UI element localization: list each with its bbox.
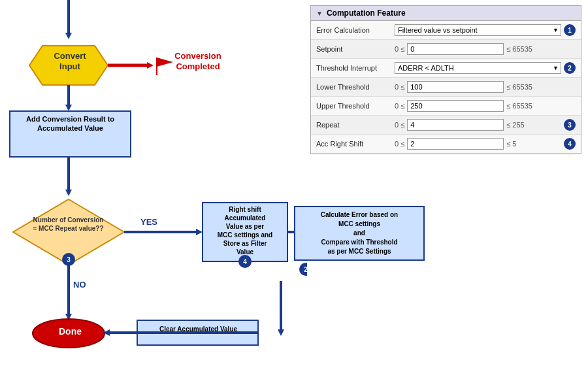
error-calculation-select[interactable]: Filtered value vs setpoint — [395, 24, 561, 36]
lower-threshold-row: Lower Threshold 0 ≤ ≤ 65535 — [311, 78, 581, 97]
badge-1: 1 — [564, 24, 576, 36]
upper-threshold-min: 0 ≤ — [395, 102, 404, 110]
threshold-interrupt-select-wrapper: ADERR < ADLTH ▼ — [395, 62, 561, 74]
svg-marker-1 — [65, 33, 72, 39]
acc-right-shift-max: ≤ 5 — [506, 140, 516, 148]
lower-threshold-label: Lower Threshold — [316, 83, 395, 91]
conversion-completed-label: ConversionCompleted — [155, 51, 240, 71]
error-calculation-select-wrapper: Filtered value vs setpoint ▼ — [395, 24, 561, 36]
badge-3: 3 — [564, 119, 576, 131]
panel-header: ▼ Computation Feature — [311, 6, 581, 21]
acc-right-shift-label: Acc Right Shift — [316, 140, 395, 148]
acc-right-shift-row: Acc Right Shift 0 ≤ ≤ 5 4 — [311, 135, 581, 154]
repeat-max: ≤ 255 — [506, 121, 524, 129]
svg-text:2: 2 — [304, 266, 307, 273]
setpoint-row: Setpoint 0 ≤ ≤ 65535 — [311, 40, 581, 59]
panel-title: Computation Feature — [327, 8, 406, 18]
lower-threshold-max: ≤ 65535 — [506, 83, 532, 91]
lower-threshold-min: 0 ≤ — [395, 83, 404, 91]
repeat-row: Repeat 0 ≤ ≤ 255 3 — [311, 116, 581, 135]
setpoint-input[interactable] — [407, 43, 504, 55]
yes-label: YES — [140, 217, 157, 227]
setpoint-max: ≤ 65535 — [506, 45, 532, 53]
svg-text:4: 4 — [243, 258, 247, 265]
threshold-interrupt-select[interactable]: ADERR < ADLTH — [395, 62, 561, 74]
svg-marker-8 — [65, 105, 72, 111]
setpoint-min: 0 ≤ — [395, 45, 404, 53]
lower-threshold-input[interactable] — [407, 81, 504, 93]
svg-marker-11 — [65, 190, 72, 196]
svg-marker-14 — [196, 229, 203, 235]
no-label: NO — [73, 280, 86, 290]
upper-threshold-row: Upper Threshold 0 ≤ ≤ 65535 — [311, 97, 581, 116]
error-calculation-row: Error Calculation Filtered value vs setp… — [311, 21, 581, 40]
svg-text:3: 3 — [67, 256, 71, 263]
number-conversion-label: Number of Conversion= MCC Repeat value?? — [14, 216, 122, 233]
upper-threshold-label: Upper Threshold — [316, 102, 395, 110]
threshold-interrupt-row: Threshold Interrupt ADERR < ADLTH ▼ 2 — [311, 59, 581, 78]
badge-4: 4 — [564, 138, 576, 150]
svg-marker-25 — [278, 329, 284, 336]
threshold-interrupt-label: Threshold Interrupt — [316, 64, 395, 72]
calculate-error-label: Calculate Error based onMCC settingsandC… — [294, 206, 425, 261]
upper-threshold-max: ≤ 65535 — [506, 102, 532, 110]
svg-marker-4 — [147, 62, 154, 69]
computation-feature-panel: ▼ Computation Feature Error Calculation … — [310, 5, 581, 154]
done-label: Done — [36, 326, 105, 337]
convert-input-label: ConvertInput — [34, 51, 106, 71]
panel-collapse-icon[interactable]: ▼ — [316, 10, 323, 17]
right-shift-label: Right shiftAccumulatedValue as perMCC se… — [204, 205, 286, 256]
add-conversion-label: Add Conversion Result toAccumulated Valu… — [10, 114, 131, 133]
acc-right-shift-min: 0 ≤ — [395, 140, 404, 148]
upper-threshold-input[interactable] — [407, 100, 504, 112]
repeat-label: Repeat — [316, 121, 395, 129]
setpoint-label: Setpoint — [316, 45, 395, 53]
acc-right-shift-input[interactable] — [407, 138, 504, 150]
badge-2: 2 — [564, 62, 576, 74]
error-calculation-label: Error Calculation — [316, 26, 395, 34]
clear-accumulated-label: Clear Accumulated Value — [139, 325, 258, 333]
repeat-input[interactable] — [407, 119, 504, 131]
repeat-min: 0 ≤ — [395, 121, 404, 129]
